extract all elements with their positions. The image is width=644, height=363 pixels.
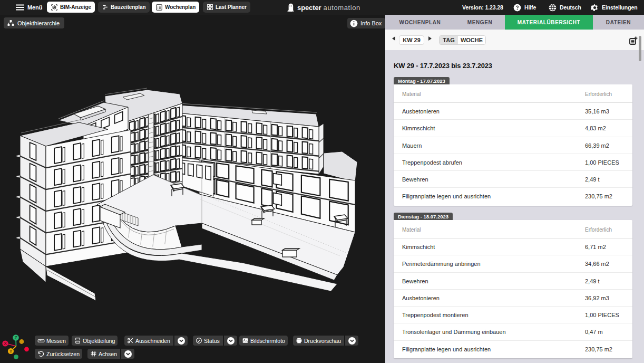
svg-text:X: X: [4, 341, 7, 346]
svg-text:Z: Z: [14, 335, 17, 340]
svg-text:Y: Y: [9, 349, 13, 354]
